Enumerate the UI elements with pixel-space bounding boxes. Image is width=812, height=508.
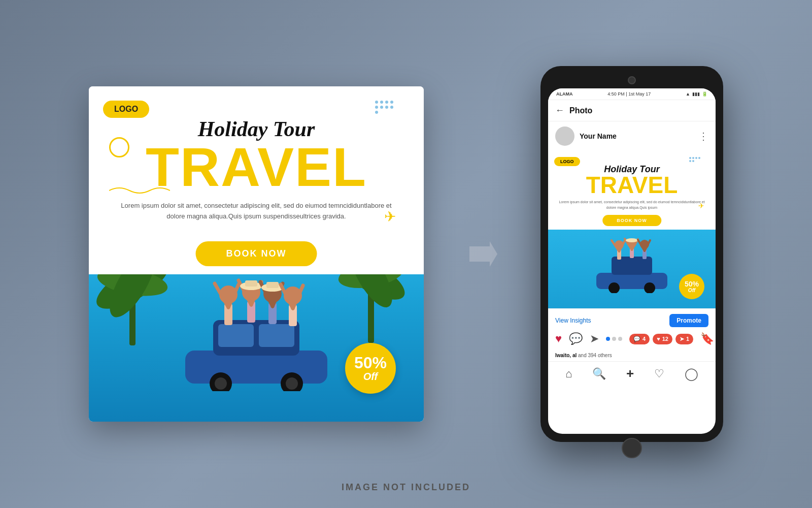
dot [385, 101, 388, 104]
comment-icon-badge: 💬 [633, 336, 640, 342]
wavy-line-left [109, 183, 170, 198]
share-badge: ➤ 1 [675, 334, 693, 344]
back-button[interactable]: ← [555, 105, 564, 116]
share-count: 1 [686, 336, 689, 342]
comment-count: 4 [642, 336, 646, 342]
mini-social-card: LOGO Holiday Tour TRAVEL Lorem ipsum dol… [548, 151, 716, 308]
nav-search-icon[interactable]: 🔍 [592, 367, 606, 380]
mini-dots-decoration [689, 157, 700, 162]
dot [380, 101, 383, 104]
user-row: Your Name ⋮ [548, 121, 716, 151]
time-text: 4:50 PM | 1st May 17 [607, 91, 651, 97]
nav-profile-icon[interactable]: ◯ [685, 367, 698, 381]
view-insights-link[interactable]: View Insights [555, 317, 591, 324]
heart-icon[interactable]: ♥ [555, 332, 562, 345]
svg-rect-37 [596, 273, 667, 289]
svg-rect-10 [218, 324, 254, 347]
mini-book-now-button[interactable]: BOOK NOW [602, 215, 661, 226]
bookmark-icon[interactable]: 🔖 [700, 332, 714, 345]
dot [390, 101, 393, 104]
footer-label: IMAGE NOT INCLUDED [342, 482, 470, 493]
phone-frame: ALAMA 4:50 PM | 1st May 17 ▲ ▮▮▮ 🔋 ← Pho… [540, 66, 723, 442]
mini-description: Lorem ipsum dolor sit amet, consectetur … [558, 200, 705, 210]
user-name: Your Name [580, 132, 698, 140]
dots-decoration-left [375, 101, 393, 114]
carrier-text: ALAMA [556, 91, 573, 97]
discount-badge-left: 50% Off [345, 343, 396, 394]
signal-icon: ▮▮▮ [692, 91, 700, 97]
dot-inactive [618, 337, 622, 341]
dot [385, 106, 388, 109]
like-badge: ♥ 12 [653, 334, 672, 344]
svg-rect-31 [266, 282, 279, 288]
logo-badge-left: LOGO [103, 101, 149, 118]
more-options-button[interactable]: ⋮ [698, 130, 708, 142]
svg-marker-36 [469, 241, 497, 267]
share-icon[interactable]: ➤ [590, 332, 599, 345]
dot [390, 106, 393, 109]
phone-camera [628, 76, 636, 84]
plane-icon-left: ✈ [384, 208, 396, 225]
battery-icon: 🔋 [702, 91, 707, 97]
right-arrow-icon [464, 239, 500, 269]
comment-icon[interactable]: 💬 [569, 332, 583, 345]
liked-by-users: lwaito, al [555, 353, 577, 358]
liked-by-row: lwaito, al and 394 others [548, 353, 716, 361]
phone-screen: ALAMA 4:50 PM | 1st May 17 ▲ ▮▮▮ 🔋 ← Pho… [548, 88, 716, 434]
dot [380, 106, 383, 109]
status-icons: ▲ ▮▮▮ 🔋 [686, 91, 707, 97]
photo-header: ← Photo [548, 100, 716, 121]
dot [375, 106, 378, 109]
status-bar: ALAMA 4:50 PM | 1st May 17 ▲ ▮▮▮ 🔋 [548, 88, 716, 100]
circle-decoration-left [109, 137, 129, 157]
dot-active [606, 337, 610, 341]
action-bar: View Insights Promote ♥ 💬 ➤ [548, 308, 716, 353]
svg-point-13 [215, 377, 227, 390]
nav-add-icon[interactable]: + [626, 366, 634, 382]
social-card-left: LOGO Holiday Tour TRAVEL Lorem ipsum dol… [89, 86, 424, 422]
avatar [555, 126, 574, 146]
liked-by-others: and 394 others [578, 353, 612, 358]
like-count: 12 [662, 336, 668, 342]
photo-title: Photo [569, 106, 592, 115]
svg-point-40 [644, 282, 655, 293]
indicator-dots [606, 337, 622, 341]
dot [375, 101, 378, 104]
mini-card-top: LOGO Holiday Tour TRAVEL Lorem ipsum dol… [548, 151, 716, 230]
svg-rect-25 [245, 280, 257, 287]
dot [375, 111, 378, 114]
mini-card-photo: 50% Off [548, 219, 716, 308]
nav-home-icon[interactable]: ⌂ [565, 367, 572, 380]
promote-button[interactable]: Promote [669, 314, 708, 327]
reaction-row: ♥ 💬 ➤ 💬 4 [555, 332, 708, 345]
mini-travel-title: TRAVEL [548, 173, 716, 197]
main-container: LOGO Holiday Tour TRAVEL Lorem ipsum dol… [0, 0, 812, 508]
phone-home-button[interactable] [622, 438, 642, 458]
card-top-section: LOGO Holiday Tour TRAVEL Lorem ipsum dol… [89, 86, 424, 274]
svg-rect-11 [259, 324, 294, 347]
mini-discount-badge: 50% Off [679, 274, 704, 299]
svg-point-49 [626, 238, 638, 242]
share-icon-badge: ➤ [680, 336, 684, 342]
arrow-container [464, 239, 500, 269]
svg-point-15 [286, 377, 298, 390]
bottom-nav: ⌂ 🔍 + ♡ ◯ [548, 361, 716, 386]
description-left: Lorem ipsum dolor sit amet, consectetur … [119, 201, 393, 222]
comment-badge: 💬 4 [629, 334, 650, 344]
like-icon-badge: ♥ [657, 336, 660, 342]
badge-row: 💬 4 ♥ 12 ➤ 1 [629, 334, 693, 344]
svg-point-39 [608, 282, 620, 293]
dot-inactive [612, 337, 616, 341]
mini-people-scene [581, 222, 683, 293]
wifi-icon: ▲ [686, 91, 690, 97]
mini-plane-icon: ✈ [698, 202, 704, 210]
nav-heart-icon[interactable]: ♡ [654, 367, 664, 380]
book-now-button-left[interactable]: BOOK NOW [196, 241, 317, 266]
insights-row: View Insights Promote [555, 314, 708, 327]
phone-container: ALAMA 4:50 PM | 1st May 17 ▲ ▮▮▮ 🔋 ← Pho… [540, 66, 723, 442]
